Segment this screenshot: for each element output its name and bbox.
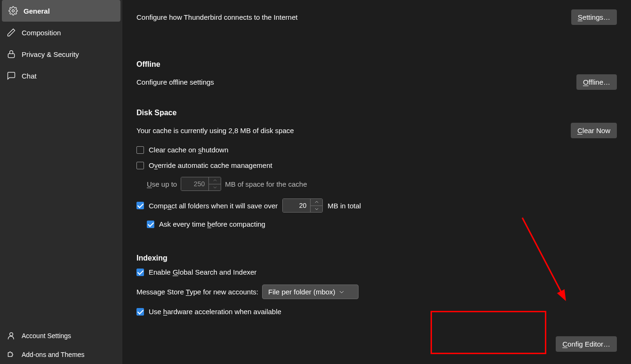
sidebar-item-general[interactable]: General: [2, 0, 120, 22]
chat-icon: [7, 71, 16, 80]
hw-accel-label: Use hardware acceleration when available: [149, 308, 281, 316]
sidebar-item-addons[interactable]: Add-ons and Themes: [0, 345, 122, 364]
cache-limit-stepper: [181, 177, 221, 191]
account-settings-icon: [7, 331, 16, 340]
puzzle-icon: [7, 350, 16, 359]
ask-compact-row: Ask every time before compacting: [147, 220, 617, 228]
chevron-up-icon: [209, 177, 221, 184]
sidebar-item-label: Add-ons and Themes: [22, 351, 85, 358]
clear-on-shutdown-checkbox[interactable]: [136, 146, 144, 154]
override-cache-row: Override automatic cache management: [136, 161, 617, 169]
config-editor-button[interactable]: Config Editor…: [556, 336, 617, 352]
clear-now-button[interactable]: Clear Now: [571, 123, 617, 138]
ask-compact-checkbox[interactable]: [147, 221, 154, 228]
cache-limit-label: Use up to: [147, 180, 177, 188]
compact-spinner[interactable]: [310, 199, 322, 212]
cache-limit-suffix: MB of space for the cache: [225, 180, 307, 188]
compact-suffix: MB in total: [327, 202, 361, 210]
override-cache-label: Override automatic cache management: [149, 161, 272, 169]
compact-stepper[interactable]: [282, 198, 323, 213]
cache-limit-row: Use up to MB of space for the cache: [147, 177, 617, 191]
cache-limit-input: [181, 177, 208, 190]
global-search-row: Enable Global Search and Indexer: [136, 268, 617, 276]
settings-button[interactable]: Settings…: [571, 9, 617, 25]
store-type-select[interactable]: File per folder (mbox): [262, 285, 359, 299]
sidebar-main-nav: General Composition Privacy & Security C…: [0, 0, 122, 326]
offline-button[interactable]: Offline…: [576, 74, 617, 90]
sidebar-footer-nav: Account Settings Add-ons and Themes: [0, 326, 122, 364]
config-editor-row: Config Editor…: [136, 336, 617, 352]
hw-accel-row: Use hardware acceleration when available: [136, 308, 617, 316]
clear-on-shutdown-row: Clear cache on shutdown: [136, 146, 617, 154]
global-search-checkbox[interactable]: [136, 269, 144, 276]
svg-rect-1: [8, 54, 14, 57]
sidebar-item-label: Account Settings: [22, 332, 71, 340]
compact-label: Compact all folders when it will save ov…: [149, 202, 278, 210]
indexing-heading: Indexing: [136, 254, 617, 262]
main-content: Configure how Thunderbird connects to th…: [122, 0, 631, 364]
clear-on-shutdown-label: Clear cache on shutdown: [149, 146, 228, 154]
sidebar-item-label: Privacy & Security: [22, 50, 79, 58]
compact-checkbox[interactable]: [136, 202, 144, 209]
store-type-row: Message Store Type for new accounts: Fil…: [136, 285, 617, 299]
svg-point-2: [10, 332, 13, 336]
sidebar-item-label: General: [24, 7, 50, 15]
network-row: Configure how Thunderbird connects to th…: [136, 9, 617, 25]
network-desc: Configure how Thunderbird connects to th…: [136, 13, 297, 21]
cache-row: Your cache is currently using 2,8 MB of …: [136, 123, 617, 138]
chevron-down-icon: [209, 184, 221, 191]
cache-desc: Your cache is currently using 2,8 MB of …: [136, 127, 294, 135]
offline-desc: Configure offline settings: [136, 78, 214, 86]
compact-row: Compact all folders when it will save ov…: [136, 198, 617, 213]
sidebar-item-chat[interactable]: Chat: [0, 65, 122, 87]
lock-icon: [7, 49, 16, 59]
sidebar-item-label: Composition: [22, 29, 61, 37]
offline-heading: Offline: [136, 60, 617, 69]
global-search-label: Enable Global Search and Indexer: [149, 268, 256, 276]
sidebar: General Composition Privacy & Security C…: [0, 0, 122, 364]
gear-icon: [8, 6, 18, 16]
sidebar-item-privacy-security[interactable]: Privacy & Security: [0, 43, 122, 65]
cache-limit-spinner: [208, 177, 221, 190]
ask-compact-label: Ask every time before compacting: [159, 220, 265, 228]
pencil-icon: [7, 28, 16, 37]
sidebar-item-composition[interactable]: Composition: [0, 22, 122, 43]
sidebar-item-label: Chat: [22, 72, 37, 80]
chevron-down-icon: [339, 291, 344, 293]
store-type-label: Message Store Type for new accounts:: [136, 288, 258, 296]
disk-heading: Disk Space: [136, 109, 617, 117]
chevron-up-icon[interactable]: [311, 199, 322, 206]
sidebar-item-account-settings[interactable]: Account Settings: [0, 326, 122, 345]
store-type-value: File per folder (mbox): [268, 288, 335, 296]
svg-point-0: [12, 10, 15, 12]
compact-input[interactable]: [283, 199, 310, 212]
chevron-down-icon[interactable]: [311, 206, 322, 213]
offline-row: Configure offline settings Offline…: [136, 74, 617, 90]
override-cache-checkbox[interactable]: [136, 162, 144, 169]
hw-accel-checkbox[interactable]: [136, 308, 144, 316]
